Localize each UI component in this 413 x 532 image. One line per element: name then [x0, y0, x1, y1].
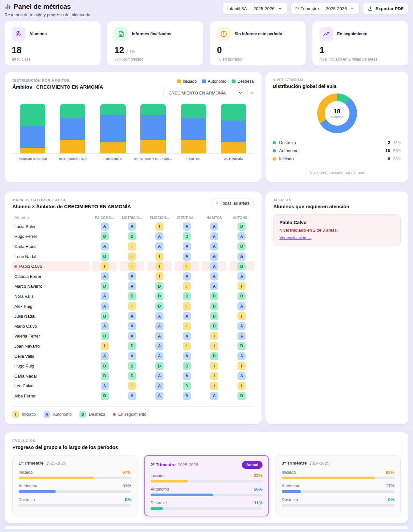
heatmap-cell: I	[183, 302, 191, 310]
heatmap-student-name: Carla Ribes	[12, 241, 89, 252]
bar-segment-iniciado	[181, 140, 206, 153]
student-name-label: Leo Calvo	[14, 383, 34, 388]
tracking-dot	[113, 413, 116, 416]
heatmap-cell: A	[210, 242, 218, 251]
student-name-label: Marco Navarro	[14, 284, 42, 289]
heatmap-cell: D	[155, 302, 164, 310]
heatmap-cell-wrap: A	[93, 222, 117, 232]
bar-column	[93, 104, 133, 153]
bar-column	[53, 104, 93, 153]
heatmap-header-row: AlumnoPSICOMO...MOTRICID...EMOCION...IDE…	[12, 214, 254, 222]
heatmap-cell-wrap: I	[120, 301, 144, 311]
progress-row: Autónomo33%	[19, 483, 131, 493]
donut-legend: Destreza211%Autónomo1056%Iniciado633%	[273, 138, 401, 163]
legend-label: Autonomo	[53, 412, 72, 417]
stat-card-seguimiento: En seguimiento 1 nivel iniciado en ≥ mit…	[312, 21, 408, 65]
heatmap-cell-wrap: A	[147, 351, 171, 361]
export-pdf-button[interactable]: Exportar PDF	[363, 3, 408, 14]
heatmap-cell-wrap: A	[120, 331, 144, 341]
heatmap-cell-wrap: A	[147, 241, 171, 252]
heatmap-cell: D	[237, 292, 246, 300]
heatmap-cell: D	[183, 292, 191, 300]
heatmap-cell-wrap: D	[175, 361, 199, 371]
clear-area-filter-icon[interactable]: ×	[251, 91, 254, 95]
heatmap-row: Carla RibesAIAAAD	[12, 241, 254, 252]
heatmap-cell-wrap: A	[147, 321, 171, 331]
heatmap-row: Hugo PuigDDDDII	[12, 361, 254, 371]
heatmap-cell-wrap: I	[175, 301, 199, 311]
progress-row: Destreza0%	[19, 497, 131, 507]
progress-fill	[282, 490, 301, 493]
heatmap-cell-wrap: A	[230, 331, 254, 341]
heatmap-cell: I	[128, 302, 136, 310]
heatmap-cell: I	[183, 282, 191, 290]
bar-segment-iniciado	[20, 148, 45, 153]
heatmap-cell-wrap: I	[93, 261, 117, 271]
heatmap-cell-wrap: A	[120, 222, 144, 232]
heatmap-cell: D	[101, 312, 109, 320]
bar-chart-icon	[5, 3, 11, 10]
heatmap-cell: D	[155, 282, 164, 290]
heatmap-cell: D	[128, 362, 136, 370]
period-label: 2º Trimestre	[150, 462, 176, 467]
heatmap-cell: A	[128, 282, 136, 290]
donut-center-label: alumnos	[331, 115, 344, 119]
heatmap-cell-wrap: I	[93, 341, 117, 351]
heatmap-cell: A	[155, 232, 164, 240]
heatmap-cell-wrap: D	[230, 391, 254, 401]
student-name-label: Joan Navarro	[14, 344, 40, 349]
legend-badge: D	[79, 411, 86, 418]
evolution-card: EVOLUCIÓN Progreso del grupo a lo largo …	[5, 432, 408, 523]
heatmap-cell: A	[101, 382, 109, 390]
bar-segment-destreza	[20, 104, 45, 126]
topbar: Panel de métricas Resumen de tu aula y p…	[5, 3, 408, 17]
heatmap-cell: I	[237, 282, 246, 290]
heatmap-cell-wrap: D	[147, 361, 171, 371]
heatmap-cell: D	[210, 312, 218, 320]
heatmap-cell: D	[155, 292, 164, 300]
ambitos-chart-card: DISTRIBUCIÓN POR ÁMBITOS Ámbitos · CRECI…	[5, 72, 262, 182]
progress-track	[150, 494, 263, 496]
heatmap-cell: I	[183, 342, 191, 350]
all-areas-filter-chip[interactable]: × Todas las áreas	[211, 198, 254, 208]
heatmap-cell: D	[101, 232, 109, 240]
donut-legend-row: Autónomo1056%	[273, 147, 401, 155]
progress-fill	[150, 494, 213, 496]
heatmap-cell-wrap: D	[175, 291, 199, 301]
heatmap-cell: I	[101, 262, 109, 270]
progress-pct: 56%	[254, 487, 263, 492]
alerts-title: Alumnos que requieren atención	[273, 204, 401, 209]
period-select[interactable]: 2º Trimestre — 2025-2026	[291, 3, 360, 14]
alert-item: Pablo Calvo Nivel iniciado en 2 de 3 áre…	[273, 214, 401, 246]
heatmap-cell-wrap: A	[175, 311, 199, 321]
heatmap-cell-wrap: I	[147, 271, 171, 281]
period-select-value: 2º Trimestre — 2025-2026	[295, 6, 347, 11]
student-name-label: Valeria Ferrer	[14, 334, 40, 338]
heatmap-cell: A	[155, 322, 164, 330]
progress-fill	[150, 507, 163, 510]
heatmap-student-name: Valeria Ferrer	[12, 331, 89, 341]
warning-icon	[217, 27, 231, 41]
class-select[interactable]: Infantil 3A — 2025-2026	[222, 3, 287, 14]
student-name-label: Pablo Calvo	[19, 264, 42, 269]
heatmap-cell-wrap: D	[93, 391, 117, 401]
heatmap-cell-wrap: A	[230, 301, 254, 311]
stat-card-sin-informe: Sin informe este período 0 +6 en borrado…	[210, 21, 306, 65]
area-select[interactable]: CRECIMIENTO EN ARMONÍA	[164, 88, 248, 98]
evolution-period-card: 3º Trimestre2024-2025Iniciado83%Autónomo…	[276, 455, 401, 516]
student-name-label: Mario Calvo	[14, 324, 37, 329]
heatmap-cell: A	[128, 223, 136, 231]
progress-label: Iniciado	[19, 470, 33, 475]
heatmap-cell: A	[155, 382, 164, 390]
heatmap-cell: A	[183, 312, 191, 320]
stat-card-informes: Informes finalizados 12 / 18 67% complet…	[107, 21, 203, 65]
heatmap-cell-wrap: A	[202, 252, 226, 262]
progress-row: Iniciado83%	[282, 470, 394, 479]
alerts-card: ALERTAS Alumnos que requieren atención P…	[265, 192, 408, 424]
legend-label: Iniciado	[22, 412, 36, 417]
chart-legend: IniciadoAutónomoDestreza	[164, 79, 254, 84]
view-evaluation-link[interactable]: Ver evaluación →	[279, 236, 311, 240]
legend-count: 2	[388, 140, 390, 145]
heatmap-cell: A	[210, 223, 218, 231]
heatmap-cell: D	[237, 223, 246, 231]
